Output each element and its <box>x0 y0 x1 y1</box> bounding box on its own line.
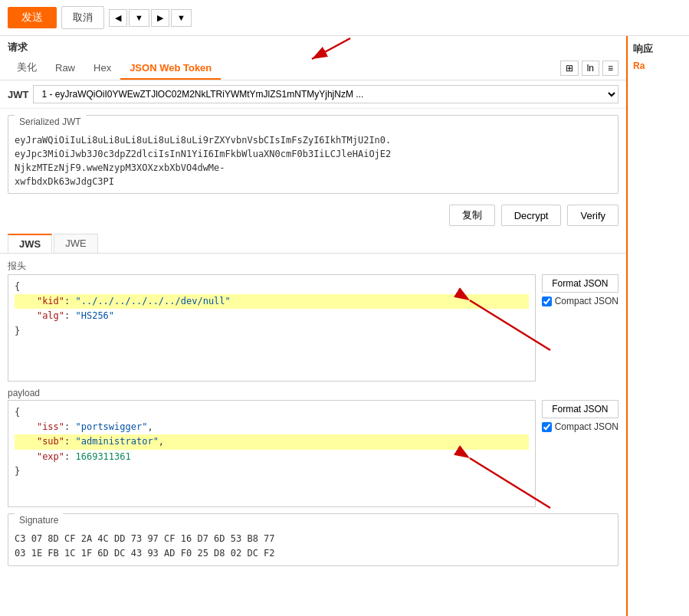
payload-format-json-btn[interactable]: Format JSON <box>542 400 618 418</box>
header-compact-label: Compact JSON <box>555 296 618 306</box>
sub-tab-jws[interactable]: JWS <box>8 234 52 253</box>
payload-json-controls: Format JSON Compact JSON <box>542 400 618 432</box>
tab-hex[interactable]: Hex <box>84 57 120 80</box>
tab-beautify[interactable]: 美化 <box>8 56 46 80</box>
send-button[interactable]: 发送 <box>8 7 57 28</box>
nav-arrows: ◀ ▼ ▶ ▼ <box>109 9 192 27</box>
serialized-jwt-content: eyJraWQiOiIuLi8uLi8uLi8uLi8uLi8uLi9rZXYv… <box>8 129 618 193</box>
header-label: 报头 <box>8 260 618 273</box>
payload-sub-line: "sub": "administrator", <box>15 434 529 449</box>
signature-section: Signature C3 07 8D CF 2A 4C DD 73 97 CF … <box>8 513 618 566</box>
sub-tabs-row: JWS JWE <box>0 231 626 254</box>
header-kid-line: "kid": "../../../../../../dev/null" <box>15 294 529 309</box>
payload-json-editor[interactable]: { "iss": "portswigger", "sub": "administ… <box>8 400 536 507</box>
verify-button[interactable]: Verify <box>567 205 618 226</box>
cancel-button[interactable]: 取消 <box>61 6 104 29</box>
header-compact-json: Compact JSON <box>542 296 618 306</box>
serialized-jwt-label: Serialized JWT <box>15 115 86 129</box>
header-format-json-btn[interactable]: Format JSON <box>542 274 618 293</box>
payload-section-wrapper: payload { "iss": "portswigger", "sub": "… <box>8 388 618 507</box>
serialized-jwt-section: Serialized JWT eyJraWQiOiIuLi8uLi8uLi8uL… <box>8 115 618 194</box>
payload-compact-label: Compact JSON <box>555 421 618 432</box>
jwt-row: JWT 1 - eyJraWQiOiI0YWEwZTJlOC02M2NkLTRi… <box>0 80 626 109</box>
header-json-controls: Format JSON Compact JSON <box>542 274 618 306</box>
request-panel: 请求 美化 Raw Hex JSON Web Token ⊞ <box>0 36 628 616</box>
prev2-button[interactable]: ▼ <box>129 9 149 27</box>
payload-label: payload <box>8 388 618 398</box>
next-button[interactable]: ▶ <box>151 9 169 27</box>
request-title: 请求 <box>0 36 626 56</box>
jwt-label: JWT <box>8 89 28 100</box>
decrypt-button[interactable]: Decrypt <box>501 205 562 226</box>
menu-icon-btn[interactable]: ≡ <box>602 61 618 76</box>
toolbar: 发送 取消 ◀ ▼ ▶ ▼ <box>0 0 689 36</box>
signature-content: C3 07 8D CF 2A 4C DD 73 97 CF 16 D7 6D 5… <box>8 527 618 565</box>
next2-button[interactable]: ▼ <box>171 9 192 27</box>
jwt-select[interactable]: 1 - eyJraWQiOiI0YWEwZTJlOC02M2NkLTRiYWMt… <box>33 85 618 103</box>
tab-raw[interactable]: Raw <box>46 57 84 80</box>
response-panel: 响应 Ra <box>628 36 689 616</box>
response-tab[interactable]: Ra <box>633 61 684 71</box>
header-json-row: { "kid": "../../../../../../dev/null" "a… <box>8 274 618 382</box>
tab-jwt[interactable]: JSON Web Token <box>120 57 221 80</box>
action-row: 复制 Decrypt Verify <box>0 200 626 231</box>
ln-icon-btn[interactable]: ln <box>582 61 599 76</box>
request-tabs-row: 美化 Raw Hex JSON Web Token ⊞ ln ≡ <box>0 56 626 80</box>
payload-compact-checkbox[interactable] <box>542 422 552 432</box>
copy-icon-btn[interactable]: ⊞ <box>560 61 579 76</box>
sub-tab-jwe[interactable]: JWE <box>54 234 97 253</box>
payload-compact-json: Compact JSON <box>542 421 618 432</box>
response-title: 响应 <box>633 42 684 56</box>
header-compact-checkbox[interactable] <box>542 297 552 306</box>
payload-json-row: { "iss": "portswigger", "sub": "administ… <box>8 400 618 507</box>
prev-button[interactable]: ◀ <box>109 9 127 27</box>
signature-label: Signature <box>15 513 63 527</box>
header-section-wrapper: 报头 { "kid": "../../../../../../dev/null"… <box>8 260 618 382</box>
header-json-editor[interactable]: { "kid": "../../../../../../dev/null" "a… <box>8 274 536 382</box>
copy-button[interactable]: 复制 <box>449 205 495 226</box>
tab-icons: ⊞ ln ≡ <box>560 61 618 76</box>
